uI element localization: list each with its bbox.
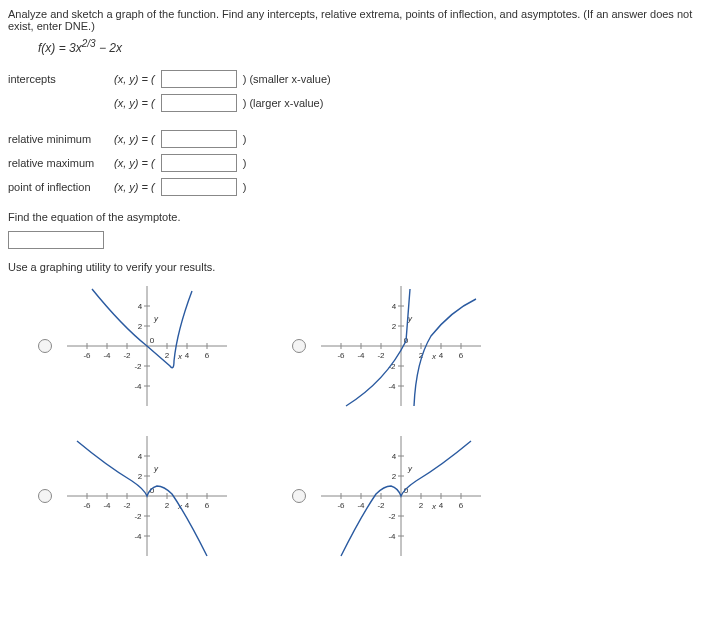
svg-text:4: 4: [392, 302, 397, 311]
intercept-larger-input[interactable]: [161, 94, 237, 112]
svg-text:-4: -4: [134, 382, 142, 391]
asymptote-input[interactable]: [8, 231, 104, 249]
svg-text:2: 2: [392, 472, 397, 481]
graph-c: -6-4-2 0 246 42 -2-4 y x: [62, 431, 232, 561]
function-formula: f(x) = 3x2/3 − 2x: [38, 38, 705, 55]
svg-text:x: x: [431, 352, 437, 361]
svg-text:-4: -4: [357, 501, 365, 510]
svg-text:y: y: [407, 464, 413, 473]
svg-text:4: 4: [439, 501, 444, 510]
svg-text:-2: -2: [123, 351, 131, 360]
svg-text:2: 2: [165, 501, 170, 510]
svg-text:-6: -6: [83, 351, 91, 360]
smaller-hint: (smaller x-value): [249, 73, 330, 85]
svg-text:-4: -4: [103, 501, 111, 510]
poi-input[interactable]: [161, 178, 237, 196]
svg-text:4: 4: [392, 452, 397, 461]
svg-text:-2: -2: [134, 362, 142, 371]
svg-text:-4: -4: [134, 532, 142, 541]
xy-prefix: (x, y) = (: [114, 73, 155, 85]
graph-row-1: -6-4-2 0 246 42 -2-4 y x: [38, 281, 705, 411]
svg-text:2: 2: [392, 322, 397, 331]
asymptote-prompt: Find the equation of the asymptote.: [8, 211, 705, 223]
svg-text:4: 4: [138, 302, 143, 311]
intercepts-label: intercepts: [8, 67, 114, 91]
xy-prefix: (x, y) = (: [114, 97, 155, 109]
svg-text:6: 6: [205, 351, 210, 360]
question-instruction: Analyze and sketch a graph of the functi…: [8, 8, 705, 32]
svg-text:-6: -6: [337, 351, 345, 360]
svg-text:-2: -2: [377, 501, 385, 510]
svg-text:6: 6: [459, 351, 464, 360]
svg-text:-2: -2: [377, 351, 385, 360]
svg-text:-2: -2: [123, 501, 131, 510]
graph-option-a: -6-4-2 0 246 42 -2-4 y x: [38, 281, 232, 411]
graph-a: -6-4-2 0 246 42 -2-4 y x: [62, 281, 232, 411]
graph-b: -6-4-2 0 246 42 -2-4 y x: [316, 281, 486, 411]
xy-prefix: (x, y) = (: [114, 133, 155, 145]
svg-text:4: 4: [185, 501, 190, 510]
svg-text:-4: -4: [103, 351, 111, 360]
graph-radio-c[interactable]: [38, 489, 52, 503]
svg-text:6: 6: [459, 501, 464, 510]
xy-prefix: (x, y) = (: [114, 157, 155, 169]
svg-text:y: y: [153, 464, 159, 473]
svg-text:-2: -2: [388, 512, 396, 521]
svg-text:x: x: [431, 502, 437, 511]
svg-text:-4: -4: [388, 532, 396, 541]
verify-prompt: Use a graphing utility to verify your re…: [8, 261, 705, 273]
poi-label: point of inflection: [8, 175, 114, 199]
svg-text:4: 4: [185, 351, 190, 360]
svg-text:2: 2: [165, 351, 170, 360]
graph-row-2: -6-4-2 0 246 42 -2-4 y x: [38, 431, 705, 561]
rel-min-input[interactable]: [161, 130, 237, 148]
svg-text:4: 4: [439, 351, 444, 360]
svg-text:2: 2: [419, 501, 424, 510]
graph-radio-b[interactable]: [292, 339, 306, 353]
larger-hint: (larger x-value): [249, 97, 323, 109]
svg-text:4: 4: [138, 452, 143, 461]
svg-text:2: 2: [138, 472, 143, 481]
close-paren: ): [243, 133, 247, 145]
close-paren: ): [243, 181, 247, 193]
svg-text:2: 2: [138, 322, 143, 331]
svg-text:-4: -4: [357, 351, 365, 360]
graph-radio-d[interactable]: [292, 489, 306, 503]
svg-text:-6: -6: [83, 501, 91, 510]
svg-text:x: x: [177, 352, 183, 361]
graph-radio-a[interactable]: [38, 339, 52, 353]
xy-prefix: (x, y) = (: [114, 181, 155, 193]
rel-max-input[interactable]: [161, 154, 237, 172]
rel-min-label: relative minimum: [8, 127, 114, 151]
close-paren: ): [243, 73, 247, 85]
svg-text:-2: -2: [134, 512, 142, 521]
inputs-table: intercepts (x, y) = ( ) (smaller x-value…: [8, 67, 337, 199]
svg-text:y: y: [153, 314, 159, 323]
svg-text:6: 6: [205, 501, 210, 510]
close-paren: ): [243, 157, 247, 169]
graph-option-d: -6-4-2 0 246 42 -2-4 y x: [292, 431, 486, 561]
intercept-smaller-input[interactable]: [161, 70, 237, 88]
rel-max-label: relative maximum: [8, 151, 114, 175]
svg-text:-4: -4: [388, 382, 396, 391]
graph-option-b: -6-4-2 0 246 42 -2-4 y x: [292, 281, 486, 411]
svg-text:0: 0: [150, 336, 155, 345]
svg-text:-6: -6: [337, 501, 345, 510]
graph-d: -6-4-2 0 246 42 -2-4 y x: [316, 431, 486, 561]
close-paren: ): [243, 97, 247, 109]
graph-option-c: -6-4-2 0 246 42 -2-4 y x: [38, 431, 232, 561]
